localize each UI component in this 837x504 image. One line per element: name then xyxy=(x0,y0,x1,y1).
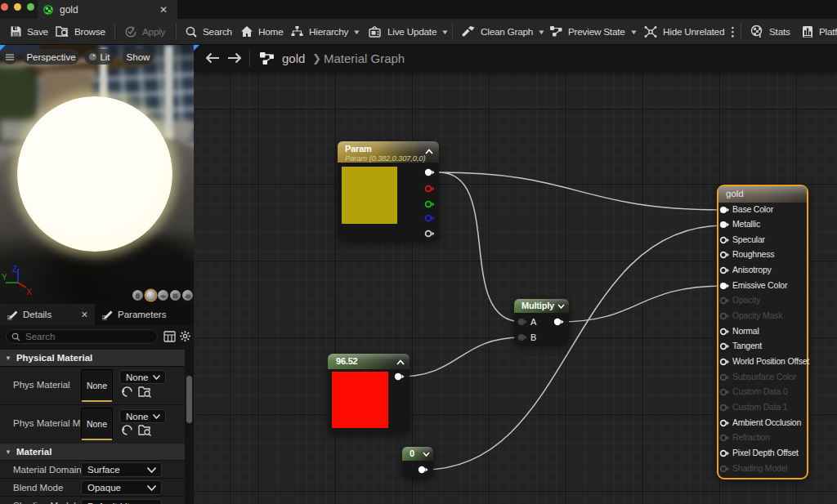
svg-text:Y: Y xyxy=(2,273,7,282)
svg-text:Z: Z xyxy=(12,265,17,274)
svg-text:X: X xyxy=(26,288,32,297)
